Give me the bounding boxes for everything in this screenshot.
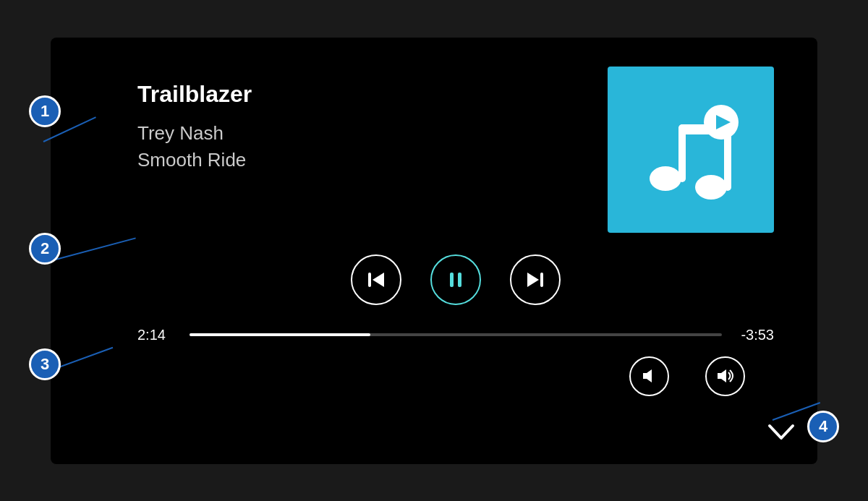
album-art [608, 67, 774, 233]
volume-up-button[interactable] [705, 356, 745, 396]
svg-rect-10 [458, 273, 461, 287]
top-section: Trailblazer Trey Nash Smooth Ride [137, 67, 774, 233]
play-pause-button[interactable] [430, 254, 481, 305]
progress-section: 2:14 -3:53 [137, 327, 774, 349]
svg-rect-7 [368, 273, 371, 287]
prev-button[interactable] [351, 254, 401, 305]
track-album: Smooth Ride [137, 149, 252, 171]
svg-marker-8 [373, 273, 384, 287]
bottom-row [137, 356, 774, 396]
progress-bar[interactable] [190, 333, 722, 336]
svg-rect-9 [450, 273, 454, 287]
track-title: Trailblazer [137, 81, 252, 108]
controls-section [137, 254, 774, 305]
svg-rect-11 [540, 273, 543, 287]
track-artist: Trey Nash [137, 122, 252, 145]
time-row: 2:14 -3:53 [137, 327, 774, 343]
next-button[interactable] [510, 254, 561, 305]
annotation-2: 2 [29, 233, 61, 265]
time-remaining: -3:53 [731, 327, 774, 343]
svg-rect-3 [724, 133, 731, 191]
progress-bar-fill [190, 333, 370, 336]
time-current: 2:14 [137, 327, 181, 343]
player-container: 1 2 3 4 Trailblazer Trey Nash Smooth Rid… [51, 38, 817, 464]
svg-marker-13 [643, 369, 652, 382]
album-art-icon [633, 92, 749, 207]
annotation-3: 3 [29, 348, 61, 380]
svg-point-1 [695, 175, 727, 200]
svg-marker-12 [527, 273, 539, 287]
volume-down-button[interactable] [629, 356, 669, 396]
svg-marker-14 [718, 369, 726, 382]
chevron-down-button[interactable] [767, 422, 796, 450]
annotation-1: 1 [29, 95, 61, 127]
annotation-4: 4 [807, 411, 839, 442]
track-info: Trailblazer Trey Nash Smooth Ride [137, 67, 252, 171]
svg-point-0 [650, 166, 681, 191]
